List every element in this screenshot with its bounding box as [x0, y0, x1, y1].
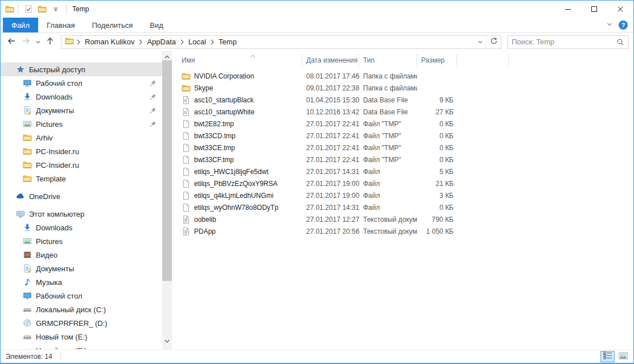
scrollbar-thumb[interactable] [162, 60, 172, 281]
up-button[interactable] [43, 35, 57, 49]
table-row[interactable]: etilqs_q4kLjmLedhUNGmi27.01.2017 19:00Фа… [172, 189, 633, 201]
table-row[interactable]: etilqs_wyOhnW78o8ODyTp27.01.2017 14:31Фа… [172, 201, 633, 213]
window-folder-icon [5, 5, 14, 14]
file-name-cell: etilqs_HWC1j8ljqFe5dwt [172, 167, 302, 176]
file-name: bwt33CE.tmp [194, 144, 235, 152]
sidebar-item-documents[interactable]: Документы [1, 262, 162, 275]
file-name-cell: bwt33CF.tmp [172, 155, 302, 164]
table-row[interactable]: bwt33CF.tmp27.01.2017 22:41Файл "TMP"0 К… [172, 154, 633, 166]
table-row[interactable]: etilqs_PbBVzEzQoxY9RSA27.01.2017 19:00Фа… [172, 177, 633, 189]
search-input[interactable]: Поиск: Temp [507, 35, 629, 49]
details-view-button[interactable] [600, 351, 615, 362]
forward-button[interactable] [19, 35, 34, 49]
tab-home[interactable]: Главная [38, 18, 83, 32]
sidebar-item-volume-f[interactable]: Новый том (F:) [1, 344, 162, 349]
sidebar-item-videos[interactable]: Видео [1, 248, 162, 262]
sidebar-item-pictures-pinned[interactable]: Pictures [1, 117, 162, 131]
file-type-cell: Текстовый докум... [359, 216, 417, 224]
table-row[interactable]: Skype09.01.2017 22:38Папка с файлами [172, 82, 633, 94]
sidebar-item-desktop[interactable]: Рабочий стол [1, 289, 162, 303]
pin-icon[interactable] [150, 93, 157, 102]
table-row[interactable]: oobelib27.01.2017 12:27Текстовый докум..… [172, 213, 633, 225]
sidebar-item-folder-pc-insider-1[interactable]: PC-Insider.ru [1, 144, 162, 158]
tab-share[interactable]: Поделиться [83, 18, 141, 32]
sidebar-item-downloads[interactable]: Downloads [1, 221, 162, 234]
qat-properties-button[interactable] [22, 2, 35, 16]
breadcrumb-segment[interactable]: Roman Kulikov [81, 36, 138, 48]
file-blank-icon [182, 167, 191, 176]
back-button[interactable] [4, 35, 19, 49]
table-row[interactable]: etilqs_HWC1j8ljqFe5dwt27.01.2017 14:31Фа… [172, 166, 633, 177]
ribbon-collapse-button[interactable] [606, 20, 613, 30]
window-controls [555, 1, 633, 18]
tab-file[interactable]: Файл [3, 18, 38, 32]
sidebar-item-this-pc[interactable]: Этот компьютер [1, 207, 162, 221]
sidebar-item-folder-template[interactable]: Template [1, 172, 162, 185]
minimize-button[interactable] [555, 1, 581, 18]
scroll-up-button[interactable] [162, 51, 172, 60]
folder-icon [65, 36, 74, 48]
column-header-name[interactable]: Имя [172, 54, 302, 67]
table-row[interactable]: NVIDIA Corporation08.01.2017 17:46Папка … [172, 70, 633, 82]
thumbnails-view-icon [619, 352, 628, 361]
file-date-cell: 09.01.2017 22:38 [302, 84, 359, 92]
tab-view[interactable]: Вид [141, 18, 172, 32]
thumbnails-view-button[interactable] [616, 351, 630, 362]
table-row[interactable]: asc10_startupBlack01.04.2015 15:30Data B… [172, 94, 633, 106]
file-name: bwt2E82.tmp [194, 120, 234, 128]
maximize-button[interactable] [581, 1, 607, 18]
column-header-date[interactable]: Дата изменения [302, 54, 359, 67]
file-size-cell: 21 КБ [417, 180, 457, 188]
close-button[interactable] [607, 1, 633, 18]
sidebar-item-desktop-pinned[interactable]: Рабочий стол [1, 76, 162, 90]
breadcrumb-segment[interactable]: Local [184, 36, 210, 48]
sidebar-item-local-disk-c[interactable]: Локальный диск (C:) [1, 303, 162, 316]
table-row[interactable]: bwt33CE.tmp27.01.2017 22:41Файл "TMP"0 К… [172, 142, 633, 154]
file-name: NVIDIA Corporation [194, 72, 254, 80]
sidebar-item-downloads-pinned[interactable]: Downloads [1, 90, 162, 104]
table-row[interactable]: asc10_startupWhite10.12.2016 13:42Data B… [172, 106, 633, 118]
back-arrow-icon [6, 36, 17, 48]
sidebar-scrollbar[interactable] [162, 51, 172, 349]
window-title: Temp [72, 5, 89, 13]
table-row[interactable]: bwt33CD.tmp27.01.2017 22:41Файл "TMP"0 К… [172, 130, 633, 142]
sidebar-item-folder-arhiv[interactable]: Arhiv [1, 131, 162, 144]
breadcrumb-segment[interactable]: Temp [215, 36, 241, 48]
address-bar[interactable]: Roman KulikovAppDataLocalTemp [61, 35, 501, 49]
ribbon-tabs: ФайлГлавнаяПоделитьсяВид ? [1, 18, 633, 33]
help-button[interactable]: ? [619, 20, 628, 30]
sidebar-item-label: GRMCPRFRER_ (D:) [36, 319, 108, 328]
items-count: Элементов: 14 [6, 353, 52, 361]
chevron-down-icon [606, 20, 613, 30]
file-name: etilqs_wyOhnW78o8ODyTp [194, 204, 278, 212]
sidebar-item-documents-pinned[interactable]: Документы [1, 104, 162, 117]
pin-icon[interactable] [150, 80, 157, 88]
breadcrumb-chevron-icon [138, 39, 143, 45]
sidebar-item-volume-e[interactable]: Новый том (E:) [1, 330, 162, 344]
file-name-cell: asc10_startupWhite [172, 107, 302, 117]
sidebar-item-quick-access[interactable]: Быстрый доступ [1, 63, 162, 76]
pictures-icon [22, 237, 32, 246]
sidebar-item-music[interactable]: Музыка [1, 275, 162, 289]
sidebar-item-cd-drive-d[interactable]: GRMCPRFRER_ (D:) [1, 316, 162, 330]
tabs-spacer [172, 18, 606, 32]
sidebar-item-pictures[interactable]: Pictures [1, 234, 162, 248]
column-header-type[interactable]: Тип [359, 54, 417, 67]
search-icon [616, 38, 624, 46]
address-right-buttons [475, 36, 501, 48]
table-row[interactable]: bwt2E82.tmp27.01.2017 22:41Файл "TMP"0 К… [172, 118, 633, 130]
breadcrumb-segment[interactable]: AppData [143, 36, 180, 48]
sidebar-item-onedrive[interactable]: OneDrive [1, 189, 162, 203]
column-header-size[interactable]: Размер [417, 54, 457, 67]
recent-locations-button[interactable] [34, 35, 43, 49]
scroll-down-button[interactable] [162, 335, 172, 345]
table-row[interactable]: PDApp27.01.2017 20:56Текстовый докум...1… [172, 225, 633, 237]
qat-new-folder-button[interactable] [35, 2, 49, 16]
qat-customize-button[interactable] [49, 2, 63, 16]
address-dropdown-button[interactable] [475, 36, 486, 48]
pin-icon[interactable] [150, 121, 157, 129]
refresh-button[interactable] [486, 36, 501, 48]
folder-icon [22, 133, 32, 142]
sidebar-item-folder-pc-insider-2[interactable]: PC-Insider.ru [1, 158, 162, 172]
pin-icon[interactable] [150, 107, 157, 115]
